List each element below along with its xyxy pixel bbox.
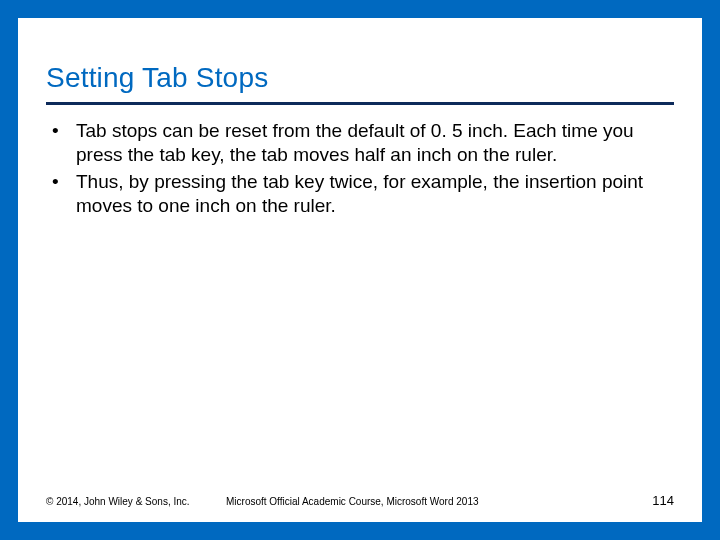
- slide-title: Setting Tab Stops: [46, 62, 674, 94]
- slide-content: Setting Tab Stops Tab stops can be reset…: [18, 18, 702, 522]
- list-item: Thus, by pressing the tab key twice, for…: [48, 170, 674, 219]
- footer-course: Microsoft Official Academic Course, Micr…: [226, 496, 614, 507]
- bullet-list: Tab stops can be reset from the default …: [46, 119, 674, 218]
- slide-footer: © 2014, John Wiley & Sons, Inc. Microsof…: [46, 493, 674, 508]
- footer-copyright: © 2014, John Wiley & Sons, Inc.: [46, 496, 226, 507]
- slide-frame: Setting Tab Stops Tab stops can be reset…: [0, 0, 720, 540]
- list-item: Tab stops can be reset from the default …: [48, 119, 674, 168]
- title-divider: [46, 102, 674, 105]
- footer-page-number: 114: [614, 493, 674, 508]
